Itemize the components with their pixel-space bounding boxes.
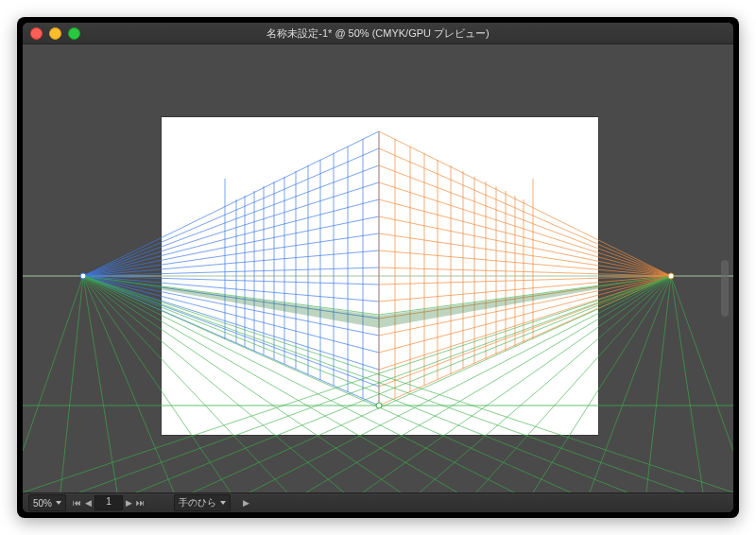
svg-line-22 (83, 216, 379, 276)
svg-line-70 (83, 276, 401, 492)
svg-line-32 (83, 276, 379, 387)
artboard-nav: ⏮ ◀ 1 ▶ ⏭ (72, 495, 146, 510)
svg-line-29 (83, 276, 379, 336)
window-title: 名称未設定-1* @ 50% (CMYK/GPU プレビュー) (23, 26, 733, 41)
close-icon[interactable] (30, 27, 43, 40)
minimize-icon[interactable] (49, 27, 61, 40)
vertical-scrollbar[interactable] (719, 71, 730, 468)
chevron-down-icon (56, 501, 61, 505)
svg-line-52 (379, 199, 671, 276)
status-bar: 50% ⏮ ◀ 1 ▶ ⏭ 手のひら ▶ (23, 492, 733, 512)
svg-line-56 (379, 268, 671, 276)
svg-line-19 (83, 165, 379, 276)
scroll-thumb[interactable] (721, 260, 729, 317)
svg-line-65 (83, 276, 684, 492)
last-page-icon[interactable]: ⏭ (135, 498, 146, 508)
svg-line-21 (83, 199, 379, 276)
window-shadow-wrap: 名称未設定-1* @ 50% (CMYK/GPU プレビュー) (17, 17, 739, 518)
page-value: 1 (106, 496, 112, 507)
maximize-icon[interactable] (68, 27, 80, 40)
svg-line-81 (193, 276, 671, 492)
svg-line-60 (379, 276, 671, 336)
svg-line-64 (83, 276, 733, 492)
svg-line-18 (83, 148, 379, 276)
tool-select[interactable]: 手のひら (174, 494, 231, 511)
chevron-down-icon (220, 501, 226, 505)
svg-line-74 (83, 276, 174, 492)
svg-line-63 (379, 276, 671, 387)
svg-line-62 (379, 276, 671, 370)
tool-name: 手のひら (179, 496, 216, 509)
svg-line-23 (83, 233, 379, 276)
svg-line-54 (379, 233, 671, 276)
svg-point-96 (668, 273, 674, 279)
svg-line-90 (671, 276, 703, 492)
svg-line-49 (379, 148, 671, 276)
traffic-lights (30, 27, 80, 40)
play-icon[interactable]: ▶ (242, 498, 250, 508)
prev-page-icon[interactable]: ◀ (84, 498, 93, 508)
zoom-value: 50% (33, 498, 52, 509)
titlebar: 名称未設定-1* @ 50% (CMYK/GPU プレビュー) (23, 23, 733, 44)
svg-line-25 (83, 268, 379, 276)
perspective-grid-overlay (23, 44, 733, 492)
next-page-icon[interactable]: ▶ (125, 498, 133, 508)
page-input[interactable]: 1 (94, 495, 123, 510)
svg-line-67 (83, 276, 571, 492)
svg-point-95 (80, 273, 86, 279)
svg-line-50 (379, 165, 671, 276)
svg-line-80 (136, 276, 671, 492)
right-vanishing-point-icon (668, 273, 674, 279)
svg-line-75 (83, 276, 117, 492)
svg-line-51 (379, 182, 671, 276)
svg-line-79 (79, 276, 671, 492)
canvas-workspace[interactable] (23, 44, 733, 492)
app-window: 名称未設定-1* @ 50% (CMYK/GPU プレビュー) (23, 23, 733, 512)
svg-point-97 (376, 403, 382, 408)
svg-line-20 (83, 182, 379, 276)
ground-origin-icon (376, 403, 382, 408)
svg-line-53 (379, 216, 671, 276)
left-vanishing-point-icon (80, 273, 86, 279)
zoom-select[interactable]: 50% (28, 494, 66, 511)
first-page-icon[interactable]: ⏮ (72, 498, 82, 508)
